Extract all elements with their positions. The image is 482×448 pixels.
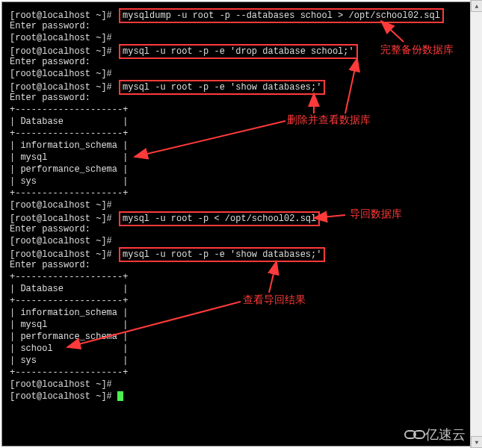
terminal-line: +--------------------+ <box>10 104 469 116</box>
command-box-1: mysqldump -u root -p --databases school … <box>119 8 444 23</box>
command-box-3: mysql -u root -p -e 'show databases;' <box>119 80 325 95</box>
terminal-line: [root@localhost ~]# mysql -u root -p -e … <box>10 247 469 259</box>
terminal-line: | sys | <box>10 175 469 187</box>
annotation-drop-show: 删除并查看数据库 <box>287 113 371 127</box>
terminal-line: [root@localhost ~]# mysql -u root -p -e … <box>10 80 469 92</box>
terminal-line: [root@localhost ~]# <box>10 32 469 44</box>
command-box-2: mysql -u root -p -e 'drop database schoo… <box>119 44 358 59</box>
scroll-down-button[interactable]: ▼ <box>471 436 482 448</box>
cursor-icon <box>117 391 123 401</box>
annotation-import: 导回数据库 <box>350 208 402 221</box>
cloud-logo-icon <box>404 430 422 439</box>
terminal-line: | performance_schema | <box>10 164 469 175</box>
terminal-line: [root@localhost ~]# <box>10 391 469 402</box>
terminal-line: [root@localhost ~]# <box>10 235 469 247</box>
command-box-4: mysql -u root -p < /opt/school02.sql <box>119 211 320 226</box>
terminal-line: +--------------------+ <box>10 187 469 199</box>
terminal-line: | sys | <box>10 355 469 367</box>
terminal-line: | Database | <box>10 283 469 295</box>
terminal-line: | information_schema | <box>10 140 469 152</box>
scroll-up-button[interactable]: ▲ <box>471 0 482 12</box>
terminal-line: +--------------------+ <box>10 295 469 307</box>
watermark: 亿速云 <box>404 426 466 444</box>
terminal-line: | mysql | <box>10 319 469 331</box>
vertical-scrollbar[interactable]: ▲ ▼ <box>470 0 482 448</box>
shell-prompt: [root@localhost ~]# <box>10 10 112 21</box>
terminal-line: +--------------------+ <box>10 271 469 283</box>
terminal-line: [root@localhost ~]# mysqldump -u root -p… <box>10 8 469 20</box>
terminal-line: +--------------------+ <box>10 128 469 140</box>
terminal-line: +--------------------+ <box>10 367 469 379</box>
terminal-line: | information_schema | <box>10 307 469 319</box>
annotation-check-result: 查看导回结果 <box>243 293 306 307</box>
watermark-text: 亿速云 <box>425 426 466 444</box>
terminal-window: [root@localhost ~]# mysqldump -u root -p… <box>1 1 477 447</box>
terminal-line: | Database | <box>10 116 469 128</box>
terminal-line: | performance_schema | <box>10 331 469 343</box>
terminal-line: [root@localhost ~]# <box>10 379 469 391</box>
terminal-line: | school | <box>10 343 469 355</box>
terminal-line: [root@localhost ~]# <box>10 68 469 80</box>
terminal-line: | mysql | <box>10 152 469 164</box>
annotation-full-backup: 完整备份数据库 <box>380 43 454 57</box>
command-box-5: mysql -u root -p -e 'show databases;' <box>119 247 325 262</box>
